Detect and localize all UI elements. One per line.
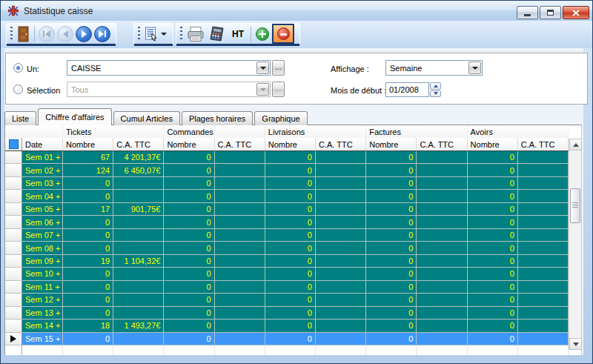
cell-tickets-ca[interactable] bbox=[113, 294, 164, 306]
cell-avoirs-ca[interactable] bbox=[518, 177, 569, 190]
tab-graphique[interactable]: Graphique bbox=[254, 111, 307, 125]
cell-livraisons-nombre[interactable]: 0 bbox=[265, 229, 316, 242]
column-header-factures-nombre[interactable]: Nombre bbox=[366, 138, 417, 150]
cell-date[interactable] bbox=[22, 345, 63, 355]
title-bar[interactable]: Statistique caisse bbox=[1, 1, 592, 21]
cell-tickets-ca[interactable]: 1 493,27€ bbox=[113, 320, 164, 332]
cell-factures-nombre[interactable]: 0 bbox=[366, 151, 417, 164]
row-selector[interactable] bbox=[5, 333, 22, 345]
table-row[interactable]: Sem 15 + 0 0 0 0 0 bbox=[5, 333, 569, 345]
cell-tickets-nombre[interactable]: 0 bbox=[63, 229, 113, 242]
cell-tickets-nombre[interactable]: 0 bbox=[63, 190, 113, 202]
cell-tickets-nombre[interactable]: 0 bbox=[63, 281, 113, 294]
table-row[interactable]: Sem 01 + 67 4 201,37€ 0 0 0 0 bbox=[5, 151, 569, 164]
cell-factures-ca[interactable] bbox=[417, 164, 467, 176]
cell-factures-ca[interactable] bbox=[417, 345, 467, 355]
cell-factures-ca[interactable] bbox=[417, 216, 467, 228]
cell-avoirs-nombre[interactable]: 0 bbox=[468, 151, 518, 164]
restore-button[interactable] bbox=[540, 6, 561, 19]
tab-plages-horaires[interactable]: Plages horaires bbox=[182, 111, 253, 125]
scroll-up-button[interactable] bbox=[569, 139, 582, 150]
cell-commandes-ca[interactable] bbox=[215, 294, 265, 306]
row-selector[interactable] bbox=[5, 190, 22, 202]
cell-commandes-nombre[interactable]: 0 bbox=[164, 255, 214, 268]
cell-commandes-nombre[interactable]: 0 bbox=[164, 333, 214, 345]
row-selector[interactable] bbox=[5, 203, 22, 216]
cell-tickets-ca[interactable] bbox=[113, 268, 164, 280]
table-row[interactable]: Sem 03 + 0 0 0 0 0 bbox=[5, 177, 569, 190]
cell-date[interactable]: Sem 13 + bbox=[22, 307, 63, 320]
view-mode-button[interactable] bbox=[144, 26, 168, 42]
cell-commandes-ca[interactable] bbox=[215, 216, 265, 228]
cell-commandes-nombre[interactable]: 0 bbox=[164, 307, 214, 320]
cell-livraisons-nombre[interactable] bbox=[265, 345, 316, 355]
cell-livraisons-nombre[interactable]: 0 bbox=[265, 255, 316, 268]
cell-avoirs-nombre[interactable] bbox=[468, 345, 518, 355]
column-header-commandes-nombre[interactable]: Nombre bbox=[164, 138, 214, 150]
exit-button[interactable] bbox=[16, 25, 30, 43]
row-selector[interactable] bbox=[5, 320, 22, 332]
cell-livraisons-ca[interactable] bbox=[316, 345, 366, 355]
cell-avoirs-ca[interactable] bbox=[518, 320, 569, 332]
cell-livraisons-ca[interactable] bbox=[316, 164, 366, 176]
cell-factures-ca[interactable] bbox=[417, 281, 467, 294]
cell-factures-nombre[interactable]: 0 bbox=[366, 333, 417, 345]
cell-livraisons-ca[interactable] bbox=[316, 320, 366, 332]
table-row[interactable]: Sem 08 + 0 0 0 0 0 bbox=[5, 242, 569, 254]
cell-date[interactable]: Sem 15 + bbox=[22, 333, 63, 345]
cell-avoirs-nombre[interactable]: 0 bbox=[468, 268, 518, 280]
cell-commandes-nombre[interactable]: 0 bbox=[164, 229, 214, 242]
row-selector[interactable] bbox=[5, 229, 22, 242]
cell-avoirs-ca[interactable] bbox=[518, 164, 569, 176]
table-row[interactable]: Sem 11 + 0 0 0 0 0 bbox=[5, 281, 569, 294]
cell-livraisons-nombre[interactable]: 0 bbox=[265, 151, 316, 164]
cell-avoirs-nombre[interactable]: 0 bbox=[468, 307, 518, 320]
spin-down-button[interactable] bbox=[430, 90, 441, 98]
cell-tickets-ca[interactable]: 4 201,37€ bbox=[113, 151, 164, 164]
cell-tickets-nombre[interactable]: 0 bbox=[63, 216, 113, 228]
row-selector[interactable] bbox=[5, 268, 22, 280]
spin-up-button[interactable] bbox=[430, 82, 441, 90]
cell-date[interactable]: Sem 11 + bbox=[22, 281, 63, 294]
cell-livraisons-ca[interactable] bbox=[316, 281, 366, 294]
cell-tickets-nombre[interactable]: 67 bbox=[63, 151, 113, 164]
cell-livraisons-nombre[interactable]: 0 bbox=[265, 268, 316, 280]
cell-tickets-ca[interactable]: 6 450,07€ bbox=[113, 164, 164, 176]
calculator-button[interactable] bbox=[208, 24, 227, 43]
cell-avoirs-nombre[interactable]: 0 bbox=[468, 294, 518, 306]
cell-tickets-ca[interactable] bbox=[113, 229, 164, 242]
cell-tickets-nombre[interactable]: 18 bbox=[63, 320, 113, 332]
cell-commandes-ca[interactable] bbox=[215, 164, 265, 176]
cell-date[interactable]: Sem 14 + bbox=[22, 320, 63, 332]
remove-button-active[interactable] bbox=[272, 24, 294, 44]
table-row[interactable]: Sem 05 + 17 901,75€ 0 0 0 0 bbox=[5, 203, 569, 216]
affichage-combobox[interactable]: Semaine bbox=[385, 60, 483, 76]
cell-date[interactable]: Sem 10 + bbox=[22, 268, 63, 280]
cell-date[interactable]: Sem 08 + bbox=[22, 242, 63, 254]
cell-tickets-ca[interactable] bbox=[113, 177, 164, 190]
cell-commandes-nombre[interactable]: 0 bbox=[164, 294, 214, 306]
cell-livraisons-ca[interactable] bbox=[316, 216, 366, 228]
selection-browse-button[interactable]: ... bbox=[272, 82, 285, 97]
column-header-avoirs-nombre[interactable]: Nombre bbox=[468, 138, 518, 150]
cell-avoirs-ca[interactable] bbox=[518, 281, 569, 294]
cell-tickets-nombre[interactable]: 17 bbox=[63, 203, 113, 216]
cell-factures-ca[interactable] bbox=[417, 177, 467, 190]
cell-tickets-ca[interactable] bbox=[113, 307, 164, 320]
minimize-button[interactable] bbox=[517, 6, 538, 19]
cell-tickets-nombre[interactable]: 0 bbox=[63, 268, 113, 280]
cell-commandes-ca[interactable] bbox=[215, 242, 265, 254]
print-button[interactable] bbox=[186, 25, 205, 43]
toolbar-grip[interactable] bbox=[180, 27, 182, 42]
table-row[interactable]: Sem 02 + 124 6 450,07€ 0 0 0 0 bbox=[5, 164, 569, 176]
cell-factures-nombre[interactable]: 0 bbox=[366, 164, 417, 176]
cell-livraisons-ca[interactable] bbox=[316, 203, 366, 216]
table-row[interactable]: Sem 07 + 0 0 0 0 0 bbox=[5, 229, 569, 242]
cell-commandes-nombre[interactable]: 0 bbox=[164, 216, 214, 228]
add-button[interactable] bbox=[255, 27, 270, 42]
cell-avoirs-nombre[interactable]: 0 bbox=[468, 333, 518, 345]
cell-avoirs-nombre[interactable]: 0 bbox=[468, 177, 518, 190]
cell-livraisons-nombre[interactable]: 0 bbox=[265, 190, 316, 202]
cell-factures-ca[interactable] bbox=[417, 294, 467, 306]
cell-livraisons-ca[interactable] bbox=[316, 294, 366, 306]
